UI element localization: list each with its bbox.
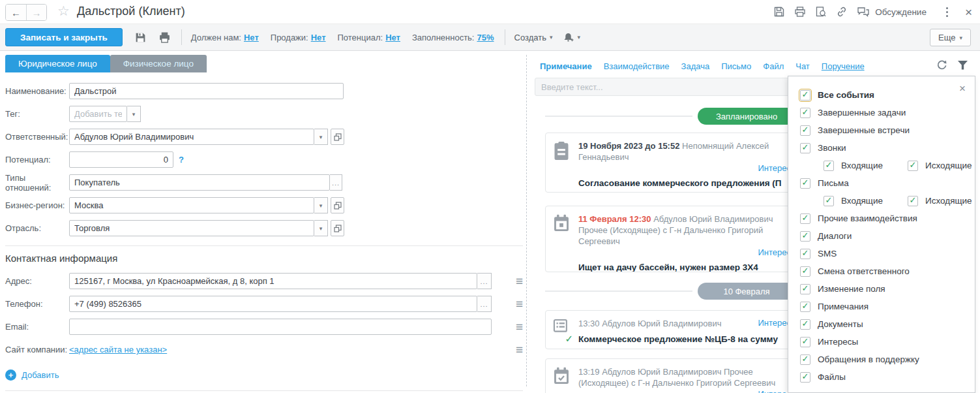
filter-option-sms[interactable]: SMS	[800, 248, 964, 259]
interest-link[interactable]: Интерес	[758, 389, 791, 393]
checkbox-checked-icon[interactable]	[800, 90, 810, 101]
filter-icon[interactable]	[957, 60, 968, 71]
help-icon[interactable]: ?	[179, 155, 184, 165]
close-icon[interactable]: ×	[965, 6, 972, 18]
region-open-button[interactable]	[331, 197, 344, 213]
checkbox-checked-icon[interactable]	[800, 143, 810, 153]
owner-input[interactable]	[69, 129, 314, 145]
checkbox-checked-icon[interactable]	[800, 354, 810, 365]
phone-menu-icon[interactable]: ≡	[516, 298, 523, 310]
tab-task[interactable]: Задача	[681, 61, 710, 71]
stat-owed-link[interactable]: Нет	[244, 33, 259, 42]
checkbox-checked-icon[interactable]	[908, 196, 918, 206]
tab-note[interactable]: Примечание	[540, 61, 592, 71]
interest-link[interactable]: Интерес	[758, 318, 791, 329]
checkbox-checked-icon[interactable]	[800, 125, 810, 136]
email-field[interactable]	[69, 319, 492, 335]
phone-ellipsis-button[interactable]: ...	[477, 296, 492, 312]
tab-individual[interactable]: Физическое лицо	[110, 55, 207, 72]
filter-option-field-change[interactable]: Изменение поля	[800, 283, 964, 294]
checkbox-checked-icon[interactable]	[800, 372, 810, 383]
filter-option-letters[interactable]: Письма	[800, 178, 964, 189]
checkbox-checked-icon[interactable]	[800, 249, 810, 259]
checkbox-checked-icon[interactable]	[908, 161, 918, 171]
tab-legal-entity[interactable]: Юридическое лицо	[5, 55, 110, 72]
owner-dropdown-button[interactable]: ▾	[314, 129, 328, 145]
filter-option-notes[interactable]: Примечания	[800, 301, 964, 312]
address-menu-icon[interactable]: ≡	[516, 275, 523, 287]
checkbox-checked-icon[interactable]	[824, 196, 834, 206]
timeline-event-interaction[interactable]: 11 Февраля 12:30 Абдулов Юрий Владимиров…	[545, 206, 795, 272]
tab-letter[interactable]: Письмо	[721, 61, 751, 71]
stat-completeness-link[interactable]: 75%	[477, 33, 494, 42]
filter-option-documents[interactable]: Документы	[800, 319, 964, 330]
filter-option-files[interactable]: Файлы	[800, 371, 964, 383]
site-menu-icon[interactable]: ≡	[516, 343, 523, 356]
region-input[interactable]	[69, 197, 314, 213]
filter-option-outgoing-letters[interactable]: Исходящие	[908, 196, 972, 206]
phone-input[interactable]	[69, 296, 477, 312]
tab-file[interactable]: Файл	[763, 61, 784, 71]
checkbox-checked-icon[interactable]	[800, 337, 810, 347]
checkbox-checked-icon[interactable]	[800, 319, 810, 330]
event-title[interactable]: Ищет на дачу бассейн, нужен размер 3Х4	[578, 262, 791, 272]
address-ellipsis-button[interactable]: ...	[477, 273, 492, 289]
preview-icon[interactable]	[815, 6, 827, 18]
checkbox-checked-icon[interactable]	[800, 284, 810, 294]
checkbox-checked-icon[interactable]	[800, 108, 810, 118]
site-link[interactable]: <адрес сайта не указан>	[69, 345, 167, 354]
filter-option-support-requests[interactable]: Обращения в поддержку	[800, 354, 964, 365]
forward-button[interactable]: →	[26, 5, 46, 20]
filter-option-all-events[interactable]: Все события	[800, 89, 964, 101]
create-menu[interactable]: Создать▾	[514, 33, 553, 42]
stat-sales-link[interactable]: Нет	[311, 33, 326, 42]
filter-option-completed-tasks[interactable]: Завершенные задачи	[800, 107, 964, 118]
industry-dropdown-button[interactable]: ▾	[314, 220, 328, 236]
tab-assignment[interactable]: Поручение	[822, 61, 865, 71]
checkbox-checked-icon[interactable]	[800, 231, 810, 242]
event-title[interactable]: Согласование коммерческого предложения (…	[578, 178, 791, 188]
region-dropdown-button[interactable]: ▾	[314, 197, 328, 213]
checkbox-checked-icon[interactable]	[800, 178, 810, 189]
checkbox-checked-icon[interactable]	[800, 302, 810, 312]
print-icon[interactable]	[794, 6, 806, 18]
save-icon[interactable]	[134, 31, 147, 44]
filter-option-interests[interactable]: Интересы	[800, 336, 964, 347]
checkbox-checked-icon[interactable]	[800, 266, 810, 277]
stat-potential-link[interactable]: Нет	[385, 33, 400, 42]
filter-option-completed-meetings[interactable]: Завершенные встречи	[800, 125, 964, 136]
relation-types-ellipsis-button[interactable]: ...	[330, 174, 342, 191]
timeline-event-task[interactable]: 19 Ноября 2023 до 15:52 Непомнящий Алекс…	[545, 133, 795, 193]
tag-input[interactable]	[69, 106, 127, 122]
checkbox-checked-icon[interactable]	[800, 213, 810, 224]
potential-input[interactable]	[69, 151, 173, 168]
timeline-event-document[interactable]: ✓ 13:30 Абдулов Юрий Владимирович Интере…	[545, 310, 795, 349]
relation-types-input[interactable]	[69, 174, 330, 191]
timeline-event-meeting[interactable]: 13:19 Абдулов Юрий Владимирович Прочее (…	[545, 358, 795, 393]
add-contact-button[interactable]: + Добавить	[5, 368, 523, 381]
event-title[interactable]: Коммерческое предложение №ЦБ-8 на сумму	[578, 334, 791, 344]
back-button[interactable]: ←	[6, 5, 26, 20]
discussion-label[interactable]: Обсуждение	[875, 7, 927, 17]
favorite-star-icon[interactable]: ☆	[57, 3, 70, 19]
link-icon[interactable]	[836, 6, 848, 18]
print-icon[interactable]	[158, 31, 171, 44]
filter-option-calls[interactable]: Звонки	[800, 142, 964, 153]
save-and-close-button[interactable]: Записать и закрыть	[5, 28, 123, 46]
more-button[interactable]: Еще▾	[930, 29, 971, 46]
filter-option-other-interactions[interactable]: Прочие взаимодействия	[800, 213, 964, 224]
filter-option-incoming-calls[interactable]: Входящие	[824, 161, 883, 171]
tab-interaction[interactable]: Взаимодействие	[604, 61, 670, 71]
industry-open-button[interactable]	[331, 220, 344, 236]
discussion-icon[interactable]	[857, 6, 870, 18]
industry-input[interactable]	[69, 220, 314, 236]
interest-link[interactable]: Интерес	[758, 163, 791, 173]
filter-option-incoming-letters[interactable]: Входящие	[824, 196, 883, 206]
filter-option-owner-change[interactable]: Смена ответственного	[800, 266, 964, 277]
reminder-menu[interactable]: ▾	[563, 32, 580, 43]
address-input[interactable]	[69, 273, 477, 289]
filter-option-outgoing-calls[interactable]: Исходящие	[908, 161, 972, 171]
filter-option-dialogs[interactable]: Диалоги	[800, 230, 964, 242]
refresh-icon[interactable]	[936, 59, 948, 71]
more-menu-icon[interactable]	[942, 6, 952, 18]
